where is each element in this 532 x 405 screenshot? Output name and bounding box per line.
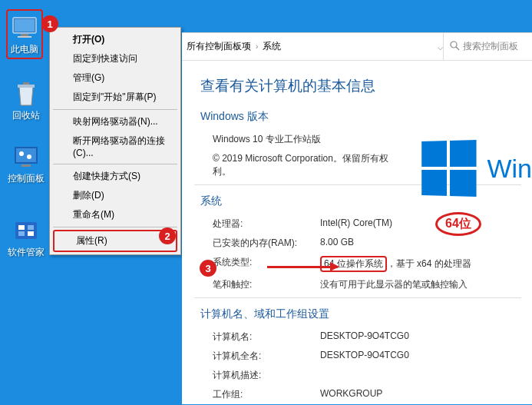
cpu-label: 处理器:	[213, 217, 320, 231]
software-manager-icon	[12, 217, 40, 244]
svg-line-17	[456, 47, 459, 50]
control-panel-icon	[12, 143, 40, 171]
windows-brand-text: Win	[487, 154, 532, 184]
svg-rect-5	[23, 82, 29, 85]
watermark: CSDN @亦仿	[474, 390, 526, 402]
menu-disconnect-drive[interactable]: 断开网络驱动器的连接(C)...	[51, 131, 179, 161]
menu-pin-quick[interactable]: 固定到快速访问	[51, 49, 179, 68]
desktop-icon-recycle-bin[interactable]: 回收站	[8, 80, 45, 122]
svg-rect-1	[15, 19, 35, 32]
svg-point-9	[27, 154, 31, 159]
windows-logo-icon	[422, 140, 477, 197]
menu-separator	[53, 227, 177, 227]
annotation-badge-1: 1	[41, 15, 58, 32]
desktop-icon-this-pc[interactable]: 此电脑	[6, 9, 43, 59]
cpu-value: Intel(R) Core(TM)	[320, 217, 392, 228]
menu-rename[interactable]: 重命名(M)	[51, 205, 179, 224]
section-system: 系统	[200, 194, 521, 210]
section-windows-edition: Windows 版本	[200, 110, 521, 125]
annotation-64bit-tag: 64位	[435, 212, 481, 236]
computer-name-label: 计算机名:	[213, 330, 320, 344]
svg-point-8	[19, 151, 24, 156]
menu-create-shortcut[interactable]: 创建快捷方式(S)	[51, 167, 179, 186]
annotation-badge-2: 2	[159, 227, 176, 244]
context-menu: 打开(O) 固定到快速访问 管理(G) 固定到"开始"屏幕(P) 映射网络驱动器…	[49, 27, 181, 255]
svg-rect-7	[16, 148, 36, 162]
breadcrumb[interactable]: 所有控制面板项 › 系统	[187, 40, 438, 53]
description-label: 计算机描述:	[213, 369, 320, 382]
menu-manage[interactable]: 管理(G)	[51, 68, 179, 88]
menu-pin-start[interactable]: 固定到"开始"屏幕(P)	[51, 88, 179, 107]
icon-label: 此电脑	[9, 43, 40, 56]
svg-rect-2	[21, 34, 28, 36]
ram-value: 8.00 GB	[320, 237, 521, 250]
computer-name-value: DESKTOP-9O4TCG0	[320, 330, 521, 344]
desktop-icon-control-panel[interactable]: 控制面板	[8, 143, 45, 185]
breadcrumb-item[interactable]: 所有控制面板项	[187, 40, 251, 53]
search-placeholder: 搜索控制面板	[463, 40, 518, 53]
annotation-badge-3: 3	[200, 260, 216, 277]
desktop-icon-software-manager[interactable]: 软件管家	[8, 217, 45, 259]
menu-map-drive[interactable]: 映射网络驱动器(N)...	[51, 112, 179, 131]
pen-touch-value: 没有可用于此显示器的笔或触控输入	[320, 278, 521, 291]
system-properties-window: 所有控制面板项 › 系统 ⌵ 搜索控制面板 查看有关计算机的基本信息 Windo…	[182, 32, 532, 404]
menu-separator	[53, 164, 177, 164]
menu-open[interactable]: 打开(O)	[51, 30, 179, 49]
icon-label: 控制面板	[8, 172, 45, 185]
section-computer-name: 计算机名、域和工作组设置	[200, 307, 521, 323]
svg-rect-10	[21, 164, 31, 167]
search-box[interactable]: 搜索控制面板	[443, 33, 527, 60]
page-title: 查看有关计算机的基本信息	[200, 76, 521, 96]
svg-rect-15	[28, 231, 34, 236]
breadcrumb-item[interactable]: 系统	[263, 40, 281, 53]
chevron-right-icon: ›	[256, 42, 258, 51]
system-type-extra: 基于 x64 的处理器	[396, 258, 471, 269]
full-name-label: 计算机全名:	[213, 350, 320, 363]
search-icon	[450, 41, 460, 53]
svg-point-16	[451, 41, 457, 48]
workgroup-label: 工作组:	[213, 388, 320, 401]
svg-rect-3	[18, 36, 31, 38]
ram-label: 已安装的内存(RAM):	[213, 237, 320, 250]
system-type-label: 系统类型:	[213, 256, 320, 272]
svg-rect-12	[18, 225, 25, 230]
menu-delete[interactable]: 删除(D)	[51, 186, 179, 205]
svg-rect-4	[18, 85, 35, 88]
full-name-value: DESKTOP-9O4TCG0	[320, 350, 521, 363]
breadcrumb-bar: 所有控制面板项 › 系统 ⌵ 搜索控制面板	[182, 33, 532, 61]
copyright-text: © 2019 Microsoft Corporation。保留所有权利。	[213, 152, 392, 178]
windows-logo-area: Win	[421, 141, 532, 196]
icon-label: 软件管家	[8, 246, 45, 259]
pen-touch-label: 笔和触控:	[213, 278, 320, 291]
recycle-bin-icon	[12, 80, 40, 108]
svg-rect-13	[28, 225, 34, 230]
dropdown-chevron-icon[interactable]: ⌵	[438, 41, 443, 52]
annotation-arrow	[267, 266, 338, 268]
icon-label: 回收站	[8, 109, 45, 122]
svg-rect-14	[18, 231, 25, 236]
computer-icon	[11, 14, 38, 41]
svg-rect-11	[15, 222, 37, 239]
description-value	[320, 369, 521, 382]
menu-separator	[53, 109, 177, 110]
